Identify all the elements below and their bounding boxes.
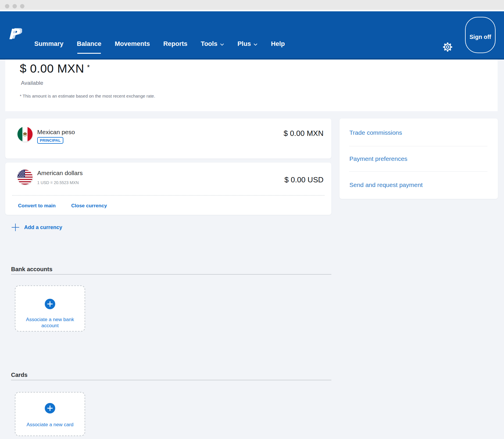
chevron-down-icon xyxy=(220,40,224,47)
section-divider xyxy=(11,274,331,275)
nav-item-plus[interactable]: Plus xyxy=(237,40,258,47)
traffic-light-minimize-button[interactable] xyxy=(12,4,17,8)
app-window: Summary Balance Movements Reports Tools … xyxy=(0,0,504,439)
nav-item-movements[interactable]: Movements xyxy=(115,40,150,47)
sign-off-button[interactable]: Sign off xyxy=(465,17,496,53)
convert-to-main-link[interactable]: Convert to main xyxy=(18,203,56,209)
add-currency-link[interactable]: Add a currency xyxy=(11,223,62,232)
principal-badge: PRINCIPAL xyxy=(37,137,63,144)
close-currency-link[interactable]: Close currency xyxy=(71,203,107,209)
total-balance-value: $ 0.00 MXN xyxy=(20,62,84,75)
nav-label: Movements xyxy=(115,40,150,47)
nav-label: Help xyxy=(271,40,285,47)
quick-link-label: Trade commissions xyxy=(349,129,402,136)
nav-label: Summary xyxy=(34,40,63,47)
page-content: $ 0.00 MXN* Available * This amount is a… xyxy=(0,61,504,439)
plus-circle-icon xyxy=(45,299,55,309)
send-request-payment-link[interactable]: Send and request payment xyxy=(349,172,488,198)
available-label: Available xyxy=(21,80,43,86)
bank-accounts-heading: Bank accounts xyxy=(11,266,52,273)
plus-icon xyxy=(11,223,20,232)
hero-balance-card: $ 0.00 MXN* Available * This amount is a… xyxy=(5,60,498,111)
nav-item-summary[interactable]: Summary xyxy=(34,40,63,47)
add-card-tile[interactable]: Associate a new card xyxy=(15,392,85,436)
app-header: Summary Balance Movements Reports Tools … xyxy=(0,11,504,60)
exchange-rate-note: * This amount is an estimate based on th… xyxy=(20,93,155,98)
add-bank-account-tile[interactable]: Associate a new bank account xyxy=(15,285,85,332)
quick-links-card: Trade commissions Payment preferences Se… xyxy=(339,118,498,199)
currency-amount: $ 0.00 USD xyxy=(285,175,324,184)
chevron-down-icon xyxy=(253,40,258,47)
traffic-light-maximize-button[interactable] xyxy=(20,4,24,8)
nav-label: Tools xyxy=(201,40,217,47)
nav-label: Plus xyxy=(237,40,251,47)
add-bank-account-label: Associate a new bank account xyxy=(15,316,85,329)
main-nav: Summary Balance Movements Reports Tools … xyxy=(34,40,285,47)
nav-item-help[interactable]: Help xyxy=(271,40,285,47)
nav-label: Balance xyxy=(77,40,101,47)
add-card-label: Associate a new card xyxy=(15,422,85,428)
currency-row-mxn[interactable]: Mexican peso PRINCIPAL $ 0.00 MXN xyxy=(5,118,331,159)
add-currency-label: Add a currency xyxy=(24,224,62,231)
nav-label: Reports xyxy=(163,40,187,47)
plus-circle-icon xyxy=(45,403,55,413)
card-divider xyxy=(12,195,324,196)
currency-name: American dollars xyxy=(37,170,83,177)
nav-item-tools[interactable]: Tools xyxy=(201,40,224,47)
nav-item-reports[interactable]: Reports xyxy=(163,40,187,47)
nav-item-balance[interactable]: Balance xyxy=(77,40,101,47)
quick-link-label: Send and request payment xyxy=(349,181,423,188)
traffic-light-close-button[interactable] xyxy=(5,4,9,8)
currency-row-usd[interactable]: American dollars 1 USD = 20.5523 MXN $ 0… xyxy=(5,163,331,215)
exchange-rate: 1 USD = 20.5523 MXN xyxy=(37,180,79,185)
total-balance: $ 0.00 MXN* xyxy=(20,62,90,75)
quick-link-label: Payment preferences xyxy=(349,155,408,162)
payment-preferences-link[interactable]: Payment preferences xyxy=(349,145,488,172)
currency-name: Mexican peso xyxy=(37,129,75,136)
cards-heading: Cards xyxy=(11,372,28,378)
window-titlebar xyxy=(0,0,504,10)
trade-commissions-link[interactable]: Trade commissions xyxy=(349,119,488,146)
gear-icon[interactable] xyxy=(442,41,453,53)
estimate-asterisk: * xyxy=(87,63,90,71)
section-divider xyxy=(11,380,331,380)
us-flag-icon xyxy=(17,170,33,185)
currency-amount: $ 0.00 MXN xyxy=(284,129,324,138)
mx-flag-icon xyxy=(17,127,33,142)
paypal-logo-icon[interactable] xyxy=(9,28,22,43)
